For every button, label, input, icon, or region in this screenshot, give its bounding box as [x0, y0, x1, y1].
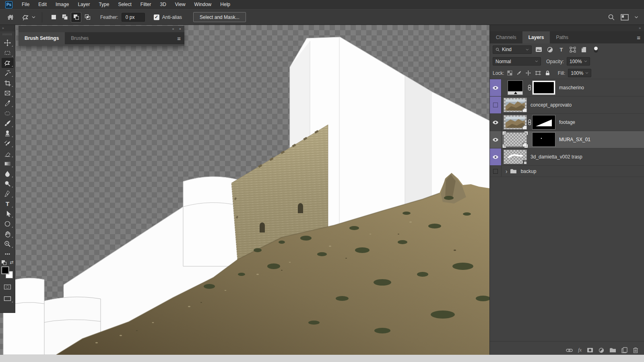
panel-menu-icon[interactable]: ≡: [637, 31, 644, 43]
edit-toolbar-icon[interactable]: [2, 249, 14, 259]
lock-all-icon[interactable]: [545, 70, 550, 76]
menu-item-view[interactable]: View: [171, 0, 190, 9]
panel-menu-icon[interactable]: ≡: [177, 32, 184, 44]
fill-dropdown[interactable]: 100%: [568, 69, 591, 77]
layer-name[interactable]: 3d_damietta_v002 trasp: [530, 154, 582, 160]
select-and-mask-button[interactable]: Select and Mask...: [193, 12, 246, 22]
pen-tool[interactable]: [2, 189, 14, 199]
tab-brushes[interactable]: Brushes: [65, 32, 95, 44]
menu-item-help[interactable]: Help: [216, 0, 235, 9]
filter-smart-objects-icon[interactable]: [580, 47, 588, 53]
blend-mode-dropdown[interactable]: Normal: [493, 57, 541, 66]
healing-patch-tool[interactable]: [2, 108, 14, 118]
toolbar-expand[interactable]: »: [0, 25, 15, 31]
magic-wand-tool[interactable]: [2, 68, 14, 78]
subtract-from-selection-icon[interactable]: [71, 12, 81, 22]
tab-paths[interactable]: Paths: [550, 31, 574, 43]
gradient-tool[interactable]: [2, 158, 14, 169]
layer-effects-icon[interactable]: fx: [578, 347, 582, 353]
filter-kind-dropdown[interactable]: Kind: [493, 45, 532, 54]
filter-shape-layers-icon[interactable]: [568, 47, 577, 53]
layer-name[interactable]: mascherino: [559, 85, 584, 90]
opacity-dropdown[interactable]: 100%: [567, 57, 590, 66]
menu-item-3d[interactable]: 3D: [155, 0, 170, 9]
filter-adjustment-layers-icon[interactable]: [546, 47, 554, 53]
visibility-toggle[interactable]: [490, 79, 502, 96]
path-selection-tool[interactable]: [2, 209, 14, 219]
foreground-color-swatch[interactable]: [2, 267, 9, 274]
mask-link-icon[interactable]: [526, 84, 533, 91]
layer-row-mura-sx-01[interactable]: MURA_SX_01: [490, 131, 644, 148]
layer-mask-thumbnail[interactable]: [533, 133, 555, 146]
menu-item-edit[interactable]: Edit: [34, 0, 51, 9]
swap-colors-icon[interactable]: ⇄: [10, 260, 13, 265]
lock-artboard-icon[interactable]: [535, 70, 541, 76]
anti-alias-checkbox[interactable]: ✓: [154, 14, 159, 20]
add-to-selection-icon[interactable]: [60, 12, 70, 22]
type-tool[interactable]: T: [2, 199, 14, 209]
quick-mask-mode-icon[interactable]: [2, 282, 14, 292]
frame-tool[interactable]: [2, 88, 14, 98]
group-chevron-icon[interactable]: ›: [506, 168, 508, 175]
active-tool-icon[interactable]: [22, 14, 35, 21]
home-icon[interactable]: [6, 14, 14, 21]
mask-link-icon[interactable]: [526, 119, 533, 125]
polygonal-lasso-tool[interactable]: [2, 58, 14, 68]
eyedropper-tool[interactable]: [2, 98, 14, 108]
filter-type-layers-icon[interactable]: T: [557, 47, 566, 53]
layer-thumbnail[interactable]: [504, 98, 526, 112]
layer-row-footage[interactable]: footage: [490, 114, 644, 131]
filter-pixel-layers-icon[interactable]: [535, 47, 543, 52]
search-icon[interactable]: [608, 14, 615, 21]
visibility-toggle[interactable]: [490, 148, 502, 165]
link-layers-icon[interactable]: [566, 348, 573, 353]
document-canvas[interactable]: [0, 25, 489, 355]
blur-tool[interactable]: [2, 169, 14, 179]
visibility-toggle[interactable]: [490, 131, 502, 148]
visibility-toggle[interactable]: [490, 114, 502, 131]
lock-position-icon[interactable]: [526, 70, 531, 76]
layer-name[interactable]: MURA_SX_01: [559, 137, 590, 142]
delete-layer-icon[interactable]: [633, 347, 638, 353]
new-selection-icon[interactable]: [49, 12, 58, 22]
tab-brush-settings[interactable]: Brush Settings: [19, 32, 65, 44]
toolbar-grip[interactable]: [3, 33, 12, 35]
menu-item-filter[interactable]: Filter: [136, 0, 156, 9]
brush-tool[interactable]: [2, 118, 14, 128]
collapse-panel-icon[interactable]: «: [172, 26, 174, 32]
dock-collapse-strip[interactable]: »: [490, 25, 644, 31]
menu-item-window[interactable]: Window: [190, 0, 216, 9]
menu-item-type[interactable]: Type: [94, 0, 114, 9]
menu-item-select[interactable]: Select: [114, 0, 136, 9]
layer-row-3d-damietta[interactable]: 3d_damietta_v002 trasp: [490, 148, 644, 166]
hand-tool[interactable]: [2, 229, 14, 239]
visibility-toggle[interactable]: [490, 166, 502, 177]
menu-item-layer[interactable]: Layer: [73, 0, 94, 9]
layer-name[interactable]: concept_approvato: [530, 102, 572, 108]
close-panel-icon[interactable]: ×: [179, 26, 181, 32]
new-layer-icon[interactable]: [621, 347, 627, 353]
layer-name[interactable]: footage: [559, 119, 575, 125]
tab-channels[interactable]: Channels: [490, 31, 522, 43]
dodge-tool[interactable]: [2, 179, 14, 189]
default-colors-icon[interactable]: [2, 260, 6, 265]
screen-mode-icon[interactable]: [2, 294, 14, 304]
chevron-down-icon[interactable]: [634, 16, 638, 19]
eraser-tool[interactable]: [2, 148, 14, 158]
new-group-icon[interactable]: [609, 348, 616, 353]
layer-thumbnail[interactable]: [504, 150, 526, 164]
layer-mask-thumbnail[interactable]: [533, 81, 555, 95]
layer-row-mascherino[interactable]: mascherino: [490, 79, 644, 97]
filtering-toggle[interactable]: [593, 46, 599, 53]
feather-input[interactable]: [122, 13, 145, 22]
add-layer-mask-icon[interactable]: [587, 348, 593, 353]
layer-thumbnail[interactable]: [504, 115, 526, 129]
crop-tool[interactable]: [2, 78, 14, 88]
layer-thumbnail[interactable]: [504, 81, 526, 95]
layer-name[interactable]: backup: [521, 169, 537, 174]
menu-item-image[interactable]: Image: [51, 0, 73, 9]
lock-image-pixels-icon[interactable]: [516, 70, 522, 76]
zoom-tool[interactable]: [2, 239, 14, 249]
ellipse-tool[interactable]: [2, 219, 14, 229]
tab-layers[interactable]: Layers: [522, 31, 550, 43]
